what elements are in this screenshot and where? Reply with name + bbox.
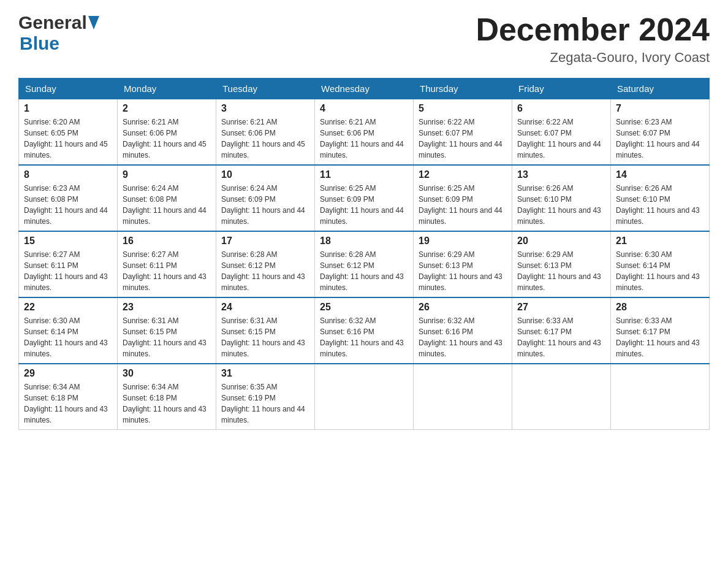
day-info: Sunrise: 6:24 AMSunset: 6:08 PMDaylight:…: [123, 183, 211, 227]
location-title: Zegata-Gouro, Ivory Coast: [476, 50, 710, 66]
calendar-header-row: SundayMondayTuesdayWednesdayThursdayFrid…: [19, 79, 710, 99]
day-number: 14: [616, 169, 704, 180]
calendar-cell: 8Sunrise: 6:23 AMSunset: 6:08 PMDaylight…: [19, 165, 118, 231]
calendar-cell: 28Sunrise: 6:33 AMSunset: 6:17 PMDayligh…: [611, 297, 710, 364]
day-info: Sunrise: 6:35 AMSunset: 6:19 PMDaylight:…: [221, 381, 309, 426]
calendar-cell: 20Sunrise: 6:29 AMSunset: 6:13 PMDayligh…: [512, 231, 611, 297]
day-info: Sunrise: 6:25 AMSunset: 6:09 PMDaylight:…: [320, 183, 408, 227]
calendar-cell: 15Sunrise: 6:27 AMSunset: 6:11 PMDayligh…: [19, 231, 118, 297]
day-info: Sunrise: 6:23 AMSunset: 6:08 PMDaylight:…: [24, 183, 112, 227]
calendar-cell: 6Sunrise: 6:22 AMSunset: 6:07 PMDaylight…: [512, 99, 611, 166]
day-info: Sunrise: 6:34 AMSunset: 6:18 PMDaylight:…: [24, 381, 112, 426]
day-number: 3: [221, 103, 309, 114]
page-header: General Blue December 2024 Zegata-Gouro,…: [18, 12, 710, 66]
day-number: 1: [24, 103, 112, 114]
day-number: 9: [123, 169, 211, 180]
calendar-cell: 23Sunrise: 6:31 AMSunset: 6:15 PMDayligh…: [118, 297, 216, 364]
calendar-cell: 5Sunrise: 6:22 AMSunset: 6:07 PMDaylight…: [414, 99, 512, 166]
day-number: 11: [320, 169, 408, 180]
day-info: Sunrise: 6:30 AMSunset: 6:14 PMDaylight:…: [24, 315, 112, 359]
calendar-cell: [414, 364, 512, 430]
calendar-cell: 27Sunrise: 6:33 AMSunset: 6:17 PMDayligh…: [512, 297, 611, 364]
day-number: 30: [123, 368, 211, 379]
day-number: 4: [320, 103, 408, 114]
day-number: 29: [24, 368, 112, 379]
calendar-header-thursday: Thursday: [414, 79, 512, 99]
calendar-cell: 29Sunrise: 6:34 AMSunset: 6:18 PMDayligh…: [19, 364, 118, 430]
calendar-week-row: 8Sunrise: 6:23 AMSunset: 6:08 PMDaylight…: [19, 165, 710, 231]
calendar-cell: 17Sunrise: 6:28 AMSunset: 6:12 PMDayligh…: [216, 231, 315, 297]
calendar-cell: 11Sunrise: 6:25 AMSunset: 6:09 PMDayligh…: [315, 165, 414, 231]
calendar-cell: 3Sunrise: 6:21 AMSunset: 6:06 PMDaylight…: [216, 99, 315, 166]
calendar-header-tuesday: Tuesday: [216, 79, 315, 99]
calendar-cell: [611, 364, 710, 430]
day-number: 22: [24, 302, 112, 313]
day-number: 12: [419, 169, 507, 180]
day-number: 7: [616, 103, 704, 114]
calendar-cell: 31Sunrise: 6:35 AMSunset: 6:19 PMDayligh…: [216, 364, 315, 430]
day-number: 6: [517, 103, 605, 114]
day-info: Sunrise: 6:22 AMSunset: 6:07 PMDaylight:…: [517, 117, 605, 161]
day-info: Sunrise: 6:28 AMSunset: 6:12 PMDaylight:…: [221, 249, 309, 293]
logo-blue-text: Blue: [20, 33, 59, 54]
calendar-cell: 19Sunrise: 6:29 AMSunset: 6:13 PMDayligh…: [414, 231, 512, 297]
day-number: 19: [419, 236, 507, 247]
calendar-header-sunday: Sunday: [19, 79, 118, 99]
day-info: Sunrise: 6:22 AMSunset: 6:07 PMDaylight:…: [419, 117, 507, 161]
calendar-cell: 13Sunrise: 6:26 AMSunset: 6:10 PMDayligh…: [512, 165, 611, 231]
day-info: Sunrise: 6:34 AMSunset: 6:18 PMDaylight:…: [123, 381, 211, 426]
calendar-cell: 18Sunrise: 6:28 AMSunset: 6:12 PMDayligh…: [315, 231, 414, 297]
calendar-cell: 12Sunrise: 6:25 AMSunset: 6:09 PMDayligh…: [414, 165, 512, 231]
calendar-cell: 4Sunrise: 6:21 AMSunset: 6:06 PMDaylight…: [315, 99, 414, 166]
day-number: 25: [320, 302, 408, 313]
calendar-header-saturday: Saturday: [611, 79, 710, 99]
calendar-cell: 14Sunrise: 6:26 AMSunset: 6:10 PMDayligh…: [611, 165, 710, 231]
day-info: Sunrise: 6:32 AMSunset: 6:16 PMDaylight:…: [419, 315, 507, 359]
day-info: Sunrise: 6:26 AMSunset: 6:10 PMDaylight:…: [517, 183, 605, 227]
calendar-cell: [315, 364, 414, 430]
day-info: Sunrise: 6:31 AMSunset: 6:15 PMDaylight:…: [123, 315, 211, 359]
calendar-week-row: 1Sunrise: 6:20 AMSunset: 6:05 PMDaylight…: [19, 99, 710, 166]
logo-general-text: General: [18, 12, 87, 33]
day-info: Sunrise: 6:31 AMSunset: 6:15 PMDaylight:…: [221, 315, 309, 359]
calendar-cell: 24Sunrise: 6:31 AMSunset: 6:15 PMDayligh…: [216, 297, 315, 364]
day-number: 16: [123, 236, 211, 247]
calendar-table: SundayMondayTuesdayWednesdayThursdayFrid…: [18, 78, 710, 430]
day-info: Sunrise: 6:29 AMSunset: 6:13 PMDaylight:…: [517, 249, 605, 293]
calendar-cell: [512, 364, 611, 430]
day-info: Sunrise: 6:30 AMSunset: 6:14 PMDaylight:…: [616, 249, 704, 293]
day-number: 24: [221, 302, 309, 313]
day-number: 31: [221, 368, 309, 379]
day-number: 5: [419, 103, 507, 114]
day-number: 13: [517, 169, 605, 180]
calendar-cell: 10Sunrise: 6:24 AMSunset: 6:09 PMDayligh…: [216, 165, 315, 231]
day-info: Sunrise: 6:29 AMSunset: 6:13 PMDaylight:…: [419, 249, 507, 293]
day-number: 23: [123, 302, 211, 313]
day-number: 18: [320, 236, 408, 247]
calendar-header-friday: Friday: [512, 79, 611, 99]
calendar-week-row: 22Sunrise: 6:30 AMSunset: 6:14 PMDayligh…: [19, 297, 710, 364]
day-info: Sunrise: 6:28 AMSunset: 6:12 PMDaylight:…: [320, 249, 408, 293]
calendar-cell: 22Sunrise: 6:30 AMSunset: 6:14 PMDayligh…: [19, 297, 118, 364]
day-info: Sunrise: 6:21 AMSunset: 6:06 PMDaylight:…: [221, 117, 309, 161]
calendar-cell: 26Sunrise: 6:32 AMSunset: 6:16 PMDayligh…: [414, 297, 512, 364]
day-info: Sunrise: 6:25 AMSunset: 6:09 PMDaylight:…: [419, 183, 507, 227]
day-info: Sunrise: 6:21 AMSunset: 6:06 PMDaylight:…: [320, 117, 408, 161]
calendar-header-wednesday: Wednesday: [315, 79, 414, 99]
day-number: 28: [616, 302, 704, 313]
calendar-cell: 30Sunrise: 6:34 AMSunset: 6:18 PMDayligh…: [118, 364, 216, 430]
day-info: Sunrise: 6:24 AMSunset: 6:09 PMDaylight:…: [221, 183, 309, 227]
month-title: December 2024: [476, 12, 710, 47]
day-number: 20: [517, 236, 605, 247]
day-info: Sunrise: 6:33 AMSunset: 6:17 PMDaylight:…: [616, 315, 704, 359]
day-number: 27: [517, 302, 605, 313]
day-number: 17: [221, 236, 309, 247]
day-info: Sunrise: 6:23 AMSunset: 6:07 PMDaylight:…: [616, 117, 704, 161]
day-number: 2: [123, 103, 211, 114]
calendar-cell: 16Sunrise: 6:27 AMSunset: 6:11 PMDayligh…: [118, 231, 216, 297]
calendar-cell: 25Sunrise: 6:32 AMSunset: 6:16 PMDayligh…: [315, 297, 414, 364]
logo-arrow-icon: [88, 16, 99, 29]
calendar-header-monday: Monday: [118, 79, 216, 99]
day-info: Sunrise: 6:32 AMSunset: 6:16 PMDaylight:…: [320, 315, 408, 359]
calendar-cell: 9Sunrise: 6:24 AMSunset: 6:08 PMDaylight…: [118, 165, 216, 231]
